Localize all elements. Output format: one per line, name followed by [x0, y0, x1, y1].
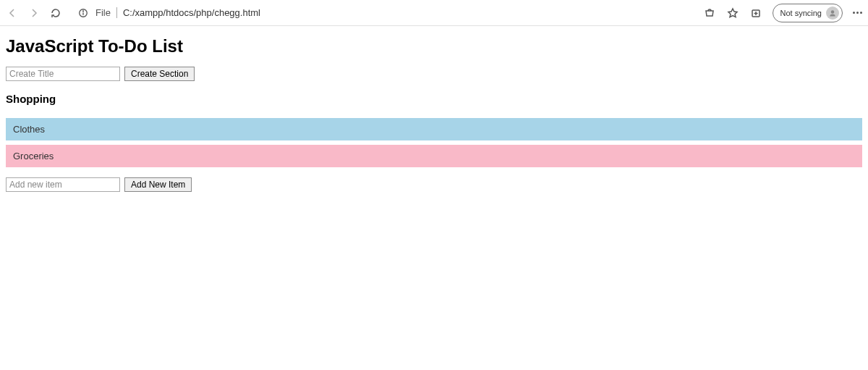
- toolbar-right: Not syncing: [703, 4, 862, 22]
- svg-point-6: [831, 10, 835, 14]
- list-item[interactable]: Groceries: [6, 145, 862, 167]
- page-content: JavaScript To-Do List Create Section Sho…: [0, 26, 868, 209]
- back-icon[interactable]: [6, 7, 19, 20]
- create-title-input[interactable]: [6, 67, 120, 81]
- create-section-row: Create Section: [6, 67, 862, 81]
- shopping-icon[interactable]: [703, 7, 716, 20]
- browser-toolbar: File C:/xampp/htdocs/php/chegg.html Not …: [0, 0, 868, 26]
- page-title: JavaScript To-Do List: [6, 36, 862, 56]
- address-bar[interactable]: File C:/xampp/htdocs/php/chegg.html: [71, 7, 694, 20]
- add-item-button[interactable]: Add New Item: [124, 177, 192, 192]
- create-section-button[interactable]: Create Section: [124, 67, 195, 81]
- favorites-icon[interactable]: [726, 7, 739, 20]
- forward-icon[interactable]: [27, 7, 41, 20]
- collections-icon[interactable]: [749, 7, 762, 20]
- info-icon[interactable]: [77, 7, 90, 20]
- refresh-icon[interactable]: [49, 7, 62, 20]
- url-scheme: File: [95, 7, 117, 18]
- list-item[interactable]: Clothes: [6, 118, 862, 140]
- sync-button[interactable]: Not syncing: [773, 4, 843, 22]
- url-path: C:/xampp/htdocs/php/chegg.html: [123, 7, 260, 18]
- svg-point-2: [83, 10, 84, 11]
- section-title: Shopping: [6, 93, 862, 105]
- avatar-icon: [826, 7, 839, 20]
- add-item-row: Add New Item: [6, 177, 862, 192]
- add-item-input[interactable]: [6, 177, 120, 192]
- more-icon[interactable]: [853, 12, 862, 14]
- sync-label: Not syncing: [780, 9, 822, 17]
